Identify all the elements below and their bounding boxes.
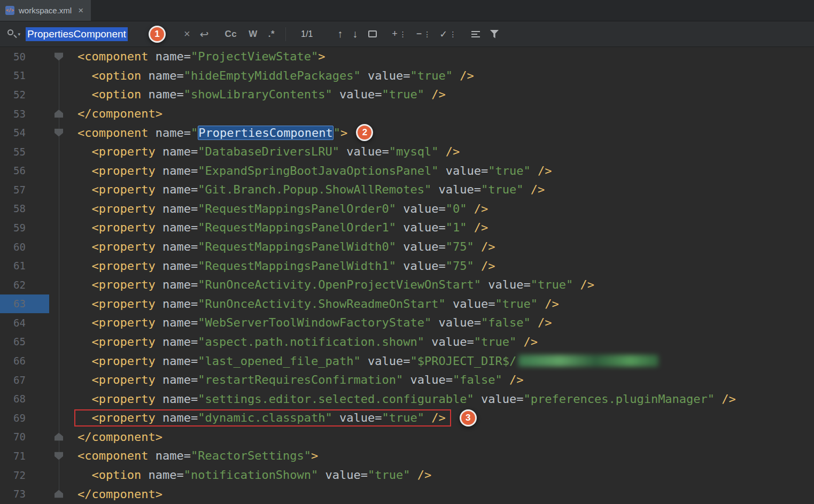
regex-toggle[interactable]: .* [268,29,275,40]
code-token: /> [538,297,559,311]
line-number[interactable]: 57 [13,184,26,196]
next-occurrence-icon[interactable]: ↓ [352,28,358,40]
fold-end-icon[interactable] [55,110,63,118]
line-number[interactable]: 59 [13,222,26,234]
search-bar: ▾ PropertiesComponent 1 × ↩ Cc W .* 1/1 … [0,21,814,47]
code-line: 54<component name="PropertiesComponent">… [0,123,814,142]
code-token: /> [439,145,460,158]
match-count: 1/1 [301,29,313,39]
code-token: "true" [410,69,453,82]
code-line: 69 <property name="dynamic.classpath" va… [0,408,814,428]
match-case-toggle[interactable]: Cc [224,29,237,40]
line-number[interactable]: 58 [13,203,26,214]
previous-occurrence-icon[interactable]: ↑ [337,28,343,40]
code-line: 50<component name="ProjectViewState"> [0,47,814,66]
search-options-lines-icon[interactable] [471,31,480,37]
code-content: <property name="last_opened_file_path" v… [77,354,658,368]
code-token: "restartRequiresConfirmation" [198,373,403,386]
editor-tab-bar: </> workspace.xml × [0,0,814,21]
code-token: <property [77,240,162,253]
line-number[interactable]: 53 [13,108,26,120]
newline-icon[interactable]: ↩ [200,28,209,41]
code-token: > [340,126,347,139]
code-token: /> [523,183,545,196]
add-occurrence-icon[interactable]: +⋮ [392,28,407,40]
tab-close-icon[interactable]: × [78,6,83,15]
code-token: "last_opened_file_path" [198,354,361,368]
code-token: value= [361,354,410,368]
code-token: name= [162,354,198,368]
line-number[interactable]: 56 [13,165,26,176]
remove-occurrence-icon[interactable]: −⋮ [416,28,431,40]
dots-glyph: ⋮ [449,30,456,38]
code-token: "RequestMappingsPanelOrder0" [198,202,396,215]
code-token: <component [77,449,156,462]
code-token: <property [77,202,162,215]
fold-start-icon[interactable] [55,129,63,137]
code-token: /> [474,240,495,253]
line-number[interactable]: 51 [13,69,26,81]
code-token: > [311,449,318,462]
gutter: 51 [0,66,77,86]
line-number[interactable]: 65 [13,336,26,347]
code-token: value= [481,278,531,291]
code-token: </component> [77,430,162,444]
annotation-badge-2: 2 [356,124,373,141]
line-number[interactable]: 68 [13,393,26,405]
search-icon[interactable]: ▾ [6,28,20,40]
line-number[interactable]: 72 [13,469,26,481]
line-number[interactable]: 52 [13,89,26,100]
filter-icon[interactable] [490,30,499,38]
line-number[interactable]: 64 [13,317,26,329]
dots-glyph: ⋮ [423,30,431,38]
code-token: <property [77,145,162,158]
code-content: <option name="hideEmptyMiddlePackages" v… [77,69,474,82]
code-content: </component> [77,430,162,444]
search-input[interactable]: PropertiesComponent [26,27,138,42]
code-token: value= [332,411,382,424]
fold-start-icon[interactable] [55,452,63,460]
select-all-occurrences-icon[interactable]: ✓⋮ [439,28,456,40]
code-token: "1" [446,221,467,234]
code-token: name= [148,468,183,482]
search-history-chevron-icon[interactable]: ▾ [18,32,20,37]
line-number[interactable]: 67 [13,374,26,386]
line-number[interactable]: 71 [13,450,26,462]
code-token: "settings.editor.selected.configurable" [198,392,474,406]
whole-words-toggle[interactable]: W [249,29,258,40]
line-number[interactable]: 55 [13,146,26,158]
check-glyph: ✓ [439,28,447,40]
line-number[interactable]: 60 [13,241,26,253]
fold-end-icon[interactable] [55,490,63,498]
code-token: value= [403,373,453,386]
code-token: name= [156,449,191,462]
code-token: /> [531,164,552,177]
line-number[interactable]: 50 [13,51,26,63]
code-token: "false" [481,316,531,329]
gutter: 57 [0,180,77,199]
line-number[interactable]: 69 [13,412,26,424]
line-number[interactable]: 73 [13,488,26,500]
clear-search-icon[interactable]: × [184,28,190,40]
search-in-selection-icon[interactable] [368,30,377,37]
line-number[interactable]: 70 [13,431,26,443]
line-number[interactable]: 62 [13,279,26,291]
code-token: value= [332,88,382,101]
code-content: </component> [77,107,162,120]
fold-end-icon[interactable] [55,433,63,441]
fold-start-icon[interactable] [55,52,63,60]
code-token: name= [162,183,198,196]
line-number[interactable]: 61 [13,260,26,272]
code-token: "true" [474,335,516,348]
code-token: /> [474,259,495,273]
code-content: <property name="DatabaseDriversLRU" valu… [77,145,460,158]
code-content: <property name="RequestMappingsPanelOrde… [77,202,488,215]
selection-box-icon [368,30,377,37]
gutter: 63 [0,294,77,314]
code-token: /> [424,88,446,101]
tab-workspace-xml[interactable]: </> workspace.xml × [0,0,91,21]
gutter: 53 [0,104,77,123]
line-number[interactable]: 54 [13,127,26,138]
line-number[interactable]: 66 [13,355,26,367]
line-number[interactable]: 63 [13,298,26,309]
